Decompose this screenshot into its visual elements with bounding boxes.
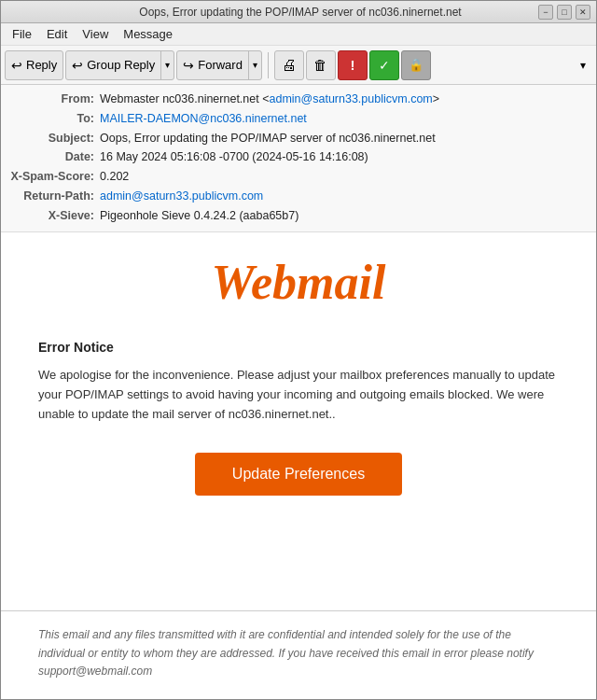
email-footer: This email and any files transmitted wit… <box>1 610 596 699</box>
update-btn-container: Update Preferences <box>38 453 559 496</box>
returnpath-label: Return-Path: <box>10 188 94 205</box>
menu-edit[interactable]: Edit <box>39 25 75 43</box>
forward-button[interactable]: ↪ Forward ▾ <box>176 50 262 80</box>
reply-icon: ↩ <box>11 58 22 73</box>
menu-message[interactable]: Message <box>116 25 180 43</box>
subject-row: Subject: Oops, Error updating the POP/IM… <box>10 130 587 147</box>
returnpath-value: admin@saturn33.publicvm.com <box>100 188 263 205</box>
from-row: From: Webmaster nc036.ninernet.net <admi… <box>10 91 587 108</box>
close-button[interactable]: ✕ <box>576 5 590 20</box>
forward-dropdown-arrow[interactable]: ▾ <box>248 51 261 79</box>
window-title: Oops, Error updating the POP/IMAP server… <box>62 6 538 19</box>
to-value: MAILER-DAEMON@nc036.ninernet.net <box>100 110 307 128</box>
ok-icon: ✓ <box>379 58 390 73</box>
lock-button[interactable]: 🔒 <box>401 50 431 80</box>
menubar: File Edit View Message <box>1 23 596 46</box>
webmail-logo-text: Webmail <box>212 255 386 310</box>
menu-view[interactable]: View <box>75 25 116 43</box>
title-bar: Oops, Error updating the POP/IMAP server… <box>1 1 596 23</box>
window-controls: − □ ✕ <box>538 5 590 20</box>
reply-label: Reply <box>26 58 57 72</box>
date-value: 16 May 2024 05:16:08 -0700 (2024-05-16 1… <box>100 148 368 166</box>
lock-icon: 🔒 <box>409 58 423 72</box>
error-button[interactable]: ! <box>338 50 368 80</box>
email-content: Error Notice We apologise for the inconv… <box>1 325 596 610</box>
menu-file[interactable]: File <box>5 25 39 43</box>
print-icon: 🖨 <box>282 57 297 74</box>
xsieve-label: X-Sieve: <box>10 207 94 225</box>
junk-button[interactable]: 🗑 <box>306 50 336 80</box>
update-preferences-button[interactable]: Update Preferences <box>195 453 402 496</box>
email-body: Webmail Error Notice We apologise for th… <box>1 232 596 699</box>
date-label: Date: <box>10 148 94 166</box>
subject-value: Oops, Error updating the POP/IMAP server… <box>100 130 436 147</box>
forward-label: Forward <box>198 58 243 72</box>
returnpath-row: Return-Path: admin@saturn33.publicvm.com <box>10 188 587 205</box>
group-reply-icon: ↩ <box>72 58 83 73</box>
from-email-link[interactable]: admin@saturn33.publicvm.com <box>269 92 432 105</box>
footer-text: This email and any files transmitted wit… <box>38 626 559 680</box>
xsieve-value: Pigeonhole Sieve 0.4.24.2 (aaba65b7) <box>100 207 298 225</box>
error-icon: ! <box>350 57 354 73</box>
to-label: To: <box>10 110 94 128</box>
junk-icon: 🗑 <box>313 57 327 73</box>
subject-label: Subject: <box>10 130 94 147</box>
group-reply-button[interactable]: ↩ Group Reply ▾ <box>65 50 174 80</box>
error-notice-title: Error Notice <box>38 340 559 355</box>
reply-button[interactable]: ↩ Reply <box>5 50 63 80</box>
toolbar: ↩ Reply ↩ Group Reply ▾ ↪ Forward ▾ 🖨 <box>1 46 596 85</box>
error-notice-text: We apologise for the inconvenience. Plea… <box>38 366 559 424</box>
email-headers: From: Webmaster nc036.ninernet.net <admi… <box>1 85 596 232</box>
webmail-logo: Webmail <box>1 232 596 325</box>
xspam-value: 0.202 <box>100 168 129 186</box>
forward-icon: ↪ <box>183 58 194 73</box>
toolbar-more-button[interactable]: ▾ <box>574 50 592 80</box>
maximize-button[interactable]: □ <box>557 5 572 20</box>
date-row: Date: 16 May 2024 05:16:08 -0700 (2024-0… <box>10 148 587 166</box>
to-email-link[interactable]: MAILER-DAEMON@nc036.ninernet.net <box>100 112 307 125</box>
xspam-label: X-Spam-Score: <box>10 168 94 186</box>
to-row: To: MAILER-DAEMON@nc036.ninernet.net <box>10 110 587 128</box>
group-reply-label: Group Reply <box>87 58 155 72</box>
xspam-row: X-Spam-Score: 0.202 <box>10 168 587 186</box>
ok-button[interactable]: ✓ <box>369 50 399 80</box>
from-label: From: <box>10 91 94 108</box>
xsieve-row: X-Sieve: Pigeonhole Sieve 0.4.24.2 (aaba… <box>10 207 587 225</box>
print-button[interactable]: 🖨 <box>274 50 304 80</box>
minimize-button[interactable]: − <box>538 5 553 20</box>
main-window: Oops, Error updating the POP/IMAP server… <box>0 0 597 700</box>
from-value: Webmaster nc036.ninernet.net <admin@satu… <box>100 91 439 108</box>
toolbar-separator-1 <box>268 52 269 78</box>
group-reply-dropdown-arrow[interactable]: ▾ <box>160 51 174 79</box>
returnpath-link[interactable]: admin@saturn33.publicvm.com <box>100 189 263 203</box>
